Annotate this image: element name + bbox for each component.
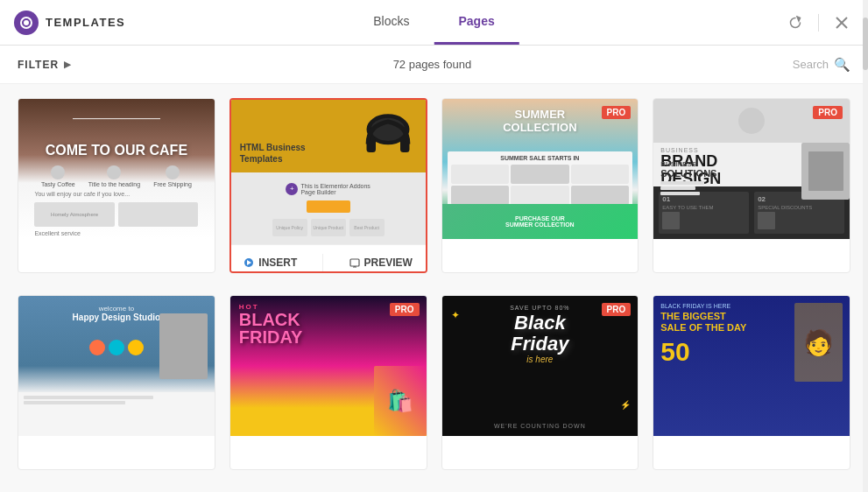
card-actions-business: INSERT PREVIEW (231, 244, 426, 273)
card-image-blackfriday-dark: PRO SAVE UPTO 80% BlackFriday is here WE… (442, 296, 639, 436)
pages-found-text: 72 pages found (72, 58, 793, 71)
pro-badge-blackfriday-dark: PRO (602, 303, 632, 316)
card-image-brand: PRO BUSINESS BRANDDESIGN 01 EASY TO USE … (653, 99, 850, 239)
cafe-title: COME TO OUR CAFE (25, 143, 208, 158)
pro-badge-brand: PRO (813, 106, 843, 119)
template-grid: —————————— COME TO OUR CAFE Tasty Coffee… (0, 84, 868, 492)
template-card-brand[interactable]: PRO BUSINESS BRANDDESIGN 01 EASY TO USE … (653, 98, 850, 273)
template-card-blackfriday-blue[interactable]: BLACK FRIDAY IS HERE THE BIGGESTSALE OF … (653, 295, 850, 470)
logo-icon (14, 11, 39, 35)
search-placeholder: Search (793, 58, 829, 71)
card-image-blackfriday-pink: PRO HOT BLACKFRIDAY 🛍️ (230, 296, 427, 436)
insert-button[interactable]: INSERT (243, 257, 297, 269)
tab-pages[interactable]: Pages (434, 0, 519, 45)
card-image-business: HTML BusinessTemplates + (231, 100, 426, 244)
header-actions (783, 11, 854, 35)
card-image-cafe: —————————— COME TO OUR CAFE Tasty Coffee… (18, 99, 215, 239)
svg-point-1 (24, 20, 29, 25)
preview-button[interactable]: PREVIEW (349, 257, 413, 269)
card-image-summer: PRO SUMMERCOLLECTION SUMMER SALE STARTS … (442, 99, 639, 239)
action-divider (322, 254, 323, 271)
card-image-happy: welcome to Happy Design Studio (18, 296, 215, 436)
template-card-business[interactable]: HTML BusinessTemplates + (229, 98, 427, 273)
scrollbar-track (863, 0, 868, 492)
template-card-cafe[interactable]: —————————— COME TO OUR CAFE Tasty Coffee… (18, 98, 215, 273)
search-box[interactable]: Search 🔍 (793, 57, 850, 73)
filter-label-text: FILTER (18, 59, 59, 71)
filter-button[interactable]: FILTER ▶ (18, 59, 72, 71)
refresh-icon[interactable] (783, 11, 808, 35)
filter-arrow-icon: ▶ (64, 60, 72, 69)
search-icon: 🔍 (834, 57, 850, 73)
header-divider (818, 14, 819, 32)
pro-badge-summer: PRO (602, 106, 632, 119)
tab-blocks[interactable]: Blocks (349, 0, 434, 45)
template-card-blackfriday-pink[interactable]: PRO HOT BLACKFRIDAY 🛍️ (229, 295, 427, 470)
svg-marker-2 (797, 17, 801, 21)
logo-text: TEMPLATES (46, 16, 125, 29)
header: TEMPLATES Blocks Pages (0, 0, 868, 46)
business-card-title: HTML BusinessTemplates (240, 142, 306, 165)
filter-bar: FILTER ▶ 72 pages found Search 🔍 (0, 46, 868, 84)
headphone-image (357, 109, 419, 165)
svg-rect-11 (350, 259, 359, 266)
close-icon[interactable] (829, 11, 854, 35)
pro-badge-blackfriday-pink: PRO (390, 303, 420, 316)
card-image-blackfriday-blue: BLACK FRIDAY IS HERE THE BIGGESTSALE OF … (653, 296, 850, 436)
template-card-blackfriday-dark[interactable]: PRO SAVE UPTO 80% BlackFriday is here WE… (441, 295, 639, 470)
header-tabs: Blocks Pages (349, 0, 519, 45)
template-card-summer[interactable]: PRO SUMMERCOLLECTION SUMMER SALE STARTS … (441, 98, 639, 273)
template-card-happy[interactable]: welcome to Happy Design Studio (18, 295, 215, 470)
scrollbar-thumb[interactable] (863, 18, 868, 70)
